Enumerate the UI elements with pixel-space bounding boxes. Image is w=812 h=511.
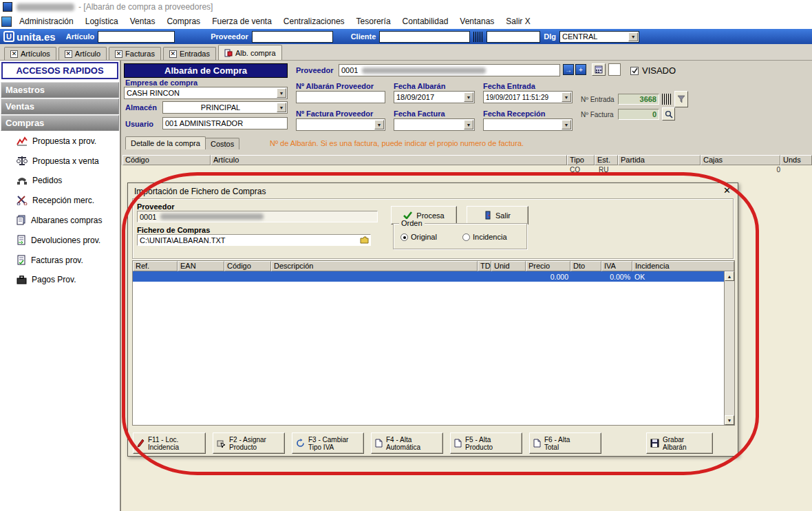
- col-codigo[interactable]: Código: [224, 261, 271, 271]
- close-tab-icon[interactable]: ✕: [169, 50, 177, 58]
- menu-ventanas[interactable]: Ventanas: [460, 17, 494, 26]
- menu-contabilidad[interactable]: Contabilidad: [403, 17, 449, 26]
- col-precio[interactable]: Precio: [526, 261, 570, 271]
- fichero-input[interactable]: C:\UNITA\ALBARAN.TXT: [137, 234, 371, 246]
- tab-articulo[interactable]: ✕ Artículo: [58, 47, 107, 60]
- sidebar-section-maestros[interactable]: Maestros: [1, 82, 119, 98]
- calculator-button[interactable]: [592, 63, 606, 76]
- col-cajas[interactable]: Cajas: [701, 155, 780, 165]
- tab-detalle-compra[interactable]: Detalle de la compra: [125, 136, 206, 149]
- next-record-button[interactable]: →: [563, 64, 574, 75]
- close-tab-icon[interactable]: ✕: [65, 50, 72, 58]
- add-record-button[interactable]: +: [575, 64, 586, 75]
- salir-button[interactable]: Salir: [467, 206, 528, 225]
- tab-alb-compra[interactable]: Alb. compra: [218, 45, 282, 60]
- col-codigo[interactable]: Código: [122, 155, 211, 165]
- fecha-entrada-select[interactable]: 19/09/2017 11:51:29 ▼: [483, 91, 573, 103]
- tab-costos[interactable]: Costos: [205, 138, 239, 149]
- filter-button[interactable]: [674, 91, 688, 107]
- usuario-input[interactable]: 001 ADMINISTRADOR: [162, 117, 288, 129]
- grabar-albaran-button[interactable]: GrabarAlbarán: [646, 432, 713, 454]
- chevron-down-icon[interactable]: ▼: [277, 103, 286, 112]
- close-tab-icon[interactable]: ✕: [10, 50, 18, 58]
- menu-ventas[interactable]: Ventas: [130, 17, 156, 26]
- n-factura-prov-select[interactable]: ▼: [296, 118, 385, 131]
- chevron-down-icon[interactable]: ▼: [464, 92, 473, 102]
- col-articulo[interactable]: Artículo: [211, 155, 567, 165]
- col-est[interactable]: Est.: [595, 155, 618, 165]
- chevron-down-icon[interactable]: ▼: [464, 120, 473, 129]
- chevron-down-icon[interactable]: ▼: [562, 120, 571, 129]
- f6-alta-total-button[interactable]: F6 - AltaTotal: [529, 432, 601, 454]
- sidebar-item-propuesta-venta[interactable]: Propuesta x venta: [0, 151, 120, 171]
- col-unid[interactable]: Unid: [491, 261, 526, 271]
- menu-administracion[interactable]: Administración: [19, 17, 74, 26]
- f4-alta-automatica-button[interactable]: F4 - AltaAutomática: [371, 432, 443, 454]
- orden-label: Orden: [399, 219, 425, 227]
- tab-facturas[interactable]: ✕ Facturas: [109, 47, 161, 60]
- proveedor-search-input[interactable]: [252, 31, 333, 43]
- sidebar-item-pedidos[interactable]: Pedidos: [0, 171, 120, 190]
- menu-logistica[interactable]: Logística: [85, 17, 118, 26]
- col-dto[interactable]: Dto: [570, 261, 601, 271]
- orden-original-option[interactable]: Original: [400, 233, 437, 241]
- articulo-search-input[interactable]: [98, 31, 175, 43]
- f2-asignar-producto-button[interactable]: F2 - AsignarProducto: [213, 432, 285, 454]
- col-partida[interactable]: Partida: [618, 155, 701, 165]
- tab-articulos[interactable]: ✕ Artículos: [4, 47, 56, 60]
- n-albaran-prov-input[interactable]: [296, 91, 385, 103]
- menu-fuerza-de-venta[interactable]: Fuerza de venta: [212, 17, 272, 26]
- dialog-close-button[interactable]: ✕: [723, 185, 731, 196]
- fecha-albaran-select[interactable]: 18/09/2017 ▼: [394, 91, 475, 103]
- chevron-down-icon[interactable]: ▼: [374, 120, 384, 129]
- chevron-down-icon[interactable]: ▼: [277, 88, 286, 98]
- barcode-search-input[interactable]: [487, 31, 540, 43]
- proveedor-input[interactable]: 0001: [339, 64, 560, 76]
- sidebar-item-devoluciones[interactable]: Devoluciones prov.: [0, 230, 120, 250]
- browse-file-button[interactable]: [360, 236, 369, 245]
- grid-scrollbar[interactable]: ▲ ▼: [724, 271, 734, 425]
- fecha-factura-select[interactable]: ▼: [394, 118, 475, 131]
- menu-compras[interactable]: Compras: [167, 17, 200, 26]
- close-tab-icon[interactable]: ✕: [115, 50, 122, 58]
- sidebar-section-compras[interactable]: Compras: [1, 115, 119, 131]
- almacen-select[interactable]: PRINCIPAL ▼: [162, 101, 288, 114]
- col-tipo[interactable]: Tipo: [567, 155, 595, 165]
- scroll-up-icon[interactable]: ▲: [725, 271, 734, 281]
- sidebar-section-ventas[interactable]: Ventas: [1, 98, 119, 114]
- col-unds[interactable]: Unds: [780, 155, 812, 165]
- tab-entradas[interactable]: ✕ Entradas: [163, 47, 216, 60]
- sidebar-item-facturas-prov[interactable]: Facturas prov.: [0, 250, 120, 270]
- search-record-button[interactable]: [662, 107, 675, 121]
- radio-icon[interactable]: [462, 233, 470, 241]
- menu-tesoreria[interactable]: Tesorería: [356, 17, 391, 26]
- menu-centralizaciones[interactable]: Centralizaciones: [284, 17, 345, 26]
- selected-import-row[interactable]: 0.000 0.00% OK: [133, 271, 724, 282]
- visado-checkbox[interactable]: [630, 67, 639, 75]
- col-ean[interactable]: EAN: [178, 261, 224, 271]
- grid-row-partial[interactable]: CO RU 0: [122, 165, 812, 175]
- sidebar-item-pagos-prov[interactable]: Pagos Prov.: [0, 270, 120, 289]
- f11-loc-incidencia-button[interactable]: F11 - Loc.Incidencia: [133, 432, 206, 454]
- sidebar-item-albaranes-compras[interactable]: Albaranes compras: [0, 210, 120, 230]
- cliente-search-input[interactable]: [379, 31, 470, 43]
- col-ref[interactable]: Ref.: [133, 261, 178, 271]
- col-td[interactable]: TD: [478, 261, 491, 271]
- col-incidencia[interactable]: Incidencia: [632, 261, 734, 271]
- f3-cambiar-tipo-iva-button[interactable]: F3 - CambiarTipo IVA: [292, 432, 364, 454]
- col-iva[interactable]: IVA: [601, 261, 632, 271]
- f5-alta-producto-button[interactable]: F5 - AltaProducto: [450, 432, 522, 454]
- radio-selected-icon[interactable]: [400, 233, 408, 241]
- fecha-recepcion-select[interactable]: ▼: [483, 118, 573, 131]
- orden-incidencia-option[interactable]: Incidencia: [462, 233, 507, 241]
- col-descripcion[interactable]: Descripción: [271, 261, 478, 271]
- sidebar-item-propuesta-prov[interactable]: Propuesta x prov.: [0, 132, 120, 151]
- sidebar-item-recepcion[interactable]: Recepción merc.: [0, 190, 120, 210]
- menu-salir[interactable]: Salir X: [506, 17, 530, 26]
- chevron-down-icon[interactable]: ▼: [628, 32, 638, 41]
- empresa-select[interactable]: CASH RINCON ▼: [124, 87, 288, 99]
- dialog-proveedor-input[interactable]: 0001: [137, 211, 378, 222]
- dlg-select[interactable]: CENTRAL ▼: [559, 31, 639, 43]
- chevron-down-icon[interactable]: ▼: [562, 92, 571, 102]
- scroll-down-icon[interactable]: ▼: [725, 415, 734, 425]
